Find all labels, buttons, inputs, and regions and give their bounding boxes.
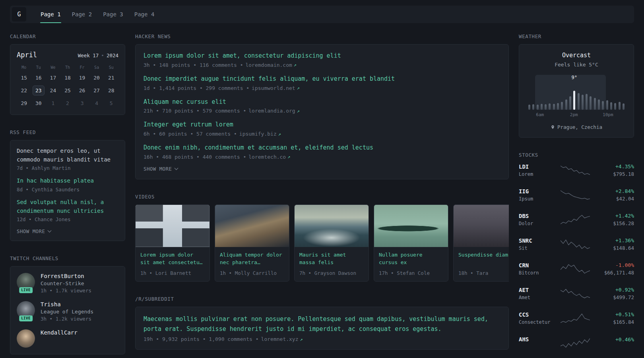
video-card[interactable]: Mauris sit amet massa felis 7h • Grayson… (294, 204, 369, 282)
hackernews-item-meta: 16h • 468 points • 440 comments • loremt… (144, 154, 500, 160)
rss-item: Donec tempor eros leo, ut commodo mauris… (17, 147, 118, 171)
stock-info: AHS (519, 336, 554, 350)
left-column: CALENDAR April Week 17 • 2024 Mo Tu We (10, 33, 125, 354)
stock-symbol[interactable]: LDI (519, 163, 554, 170)
video-card[interactable]: Aliquam tempor dolor nec pharetra… 1h • … (215, 204, 289, 282)
weather-card: Overcast Feels like 5°C 9° 6am2pm10pm Pr… (519, 44, 634, 138)
stock-values: +0.92% $499.72 (597, 287, 634, 300)
weather-location: Prague, Czechia (526, 124, 627, 130)
subreddit-header: /R/SUBREDDIT (135, 296, 509, 302)
calendar-head: April Week 17 • 2024 (17, 51, 118, 59)
stock-values: +0.46% (597, 337, 634, 350)
stock-symbol[interactable]: IIG (519, 188, 554, 195)
stock-symbol[interactable]: DBS (519, 213, 554, 219)
weather-time-labels: 6am2pm10pm (527, 112, 626, 118)
weather-time-label: 6am (536, 112, 544, 117)
weather-bar (541, 104, 543, 110)
calendar-day: 22 (17, 86, 31, 95)
external-link-icon: ↗ (294, 62, 297, 68)
rss-item-title[interactable]: Donec tempor eros leo, ut commodo mauris… (17, 147, 118, 164)
calendar-day: 29 (17, 98, 31, 108)
hackernews-item-domain-link[interactable]: ipsumify.biz ↗ (239, 131, 281, 137)
stock-name: Ipsum (519, 196, 554, 202)
hackernews-card: Lorem ipsum dolor sit amet, consectetur … (135, 44, 509, 179)
hackernews-item-domain: ipsumworld.net (252, 85, 295, 91)
hackernews-item-meta: 6h • 60 points • 57 comments • ipsumify.… (144, 131, 500, 137)
hackernews-item-domain-link[interactable]: ipsumworld.net ↗ (252, 85, 300, 91)
stock-symbol[interactable]: SNRC (519, 237, 554, 244)
weather-time-label: 2pm (570, 112, 578, 117)
rss-item-title[interactable]: In hac habitasse platea (17, 177, 118, 185)
hackernews-item-title[interactable]: Donec imperdiet augue tincidunt felis al… (144, 75, 500, 84)
twitch-widget: TWITCH CHANNELS LIVE ForrestBurton Count… (10, 255, 125, 354)
twitch-channel-info: Trisha League of Legends 3h • 1.2k viewe… (41, 301, 93, 322)
stock-sparkline (554, 164, 597, 176)
stock-change: +1.42% (597, 213, 634, 219)
stock-change: +0.92% (597, 287, 634, 293)
rss-item-title[interactable]: Sed volutpat nulla nisl, a condimentum n… (17, 198, 118, 215)
stock-name: Bitcorn (519, 270, 554, 276)
stock-name: Consectetur (519, 319, 554, 325)
rss-card: Donec tempor eros leo, ut commodo mauris… (10, 140, 125, 241)
external-link-icon: ↗ (287, 154, 290, 160)
weather-bar (532, 104, 534, 110)
stock-price: $165.84 (597, 319, 634, 325)
hackernews-item-title[interactable]: Integer eget rutrum lorem (144, 121, 500, 129)
stock-symbol[interactable]: AET (519, 287, 554, 293)
calendar-year: 2024 (107, 53, 118, 58)
location-pin-icon (551, 125, 555, 130)
weather-bar (561, 102, 563, 110)
hackernews-item-domain-link[interactable]: loremlandia.org ↗ (248, 108, 300, 114)
tab-page-4[interactable]: Page 4 (129, 6, 160, 23)
stock-row: AET Amet +0.92% $499.72 (519, 287, 634, 300)
weekday-label: We (46, 65, 60, 70)
stock-sparkline (554, 288, 597, 300)
hackernews-item-stats: 1d • 1,414 points • 299 comments • (144, 85, 249, 91)
video-card[interactable]: Suspendisse diam 18h • Tara (453, 204, 509, 282)
twitch-channel-info: KendallCarr (41, 329, 78, 348)
stock-change: +4.35% (597, 163, 634, 169)
calendar-day: 15 (17, 73, 31, 83)
calendar-day: 17 (46, 73, 60, 83)
subreddit-post-domain-link[interactable]: loremnet.xyz ↗ (261, 336, 303, 342)
twitch-channel[interactable]: LIVE ForrestBurton Counter-Strike 1h • 1… (17, 273, 118, 294)
tab-page-2[interactable]: Page 2 (66, 6, 98, 23)
video-thumbnail (374, 205, 448, 247)
rss-show-more-button[interactable]: SHOW MORE (17, 228, 118, 234)
weather-bar (569, 96, 571, 110)
video-title: Suspendisse diam (458, 251, 509, 267)
video-card[interactable]: Lorem ipsum dolor sit amet consectetu… 1… (135, 204, 210, 282)
hackernews-item-title[interactable]: Donec enim nibh, condimentum et accumsan… (144, 144, 500, 152)
twitch-channel[interactable]: KendallCarr (17, 329, 118, 348)
hackernews-item-domain-link[interactable]: loremdomain.com ↗ (245, 62, 297, 68)
video-thumbnail (295, 205, 369, 247)
stock-values: +0.51% $165.84 (597, 311, 634, 325)
calendar-day: 20 (89, 73, 104, 83)
tab-page-1[interactable]: Page 1 (35, 6, 66, 23)
stock-symbol[interactable]: CRN (519, 262, 554, 268)
video-card[interactable]: Nullam posuere cursus ex 17h • Stefan Co… (374, 204, 448, 282)
stock-row: IIG Ipsum +2.84% $42.04 (519, 188, 634, 202)
twitch-channel-name: ForrestBurton (41, 273, 91, 279)
stock-symbol[interactable]: CCS (519, 311, 554, 318)
stock-symbol[interactable]: AHS (519, 336, 554, 342)
app-logo[interactable]: G (12, 7, 26, 21)
weather-bar (619, 102, 621, 110)
external-link-icon: ↗ (278, 131, 281, 137)
hackernews-item-domain: loremdomain.com (245, 62, 292, 68)
subreddit-post-title[interactable]: Maecenas mollis pulvinar erat non posuer… (144, 314, 500, 334)
hackernews-show-more-button[interactable]: SHOW MORE (144, 166, 500, 172)
hackernews-item-title[interactable]: Lorem ipsum dolor sit amet, consectetur … (144, 52, 500, 60)
twitch-channel[interactable]: LIVE Trisha League of Legends 3h • 1.2k … (17, 301, 118, 322)
stock-name: Sit (519, 245, 554, 251)
tab-page-3[interactable]: Page 3 (97, 6, 129, 23)
stock-price: $66,171.48 (597, 270, 634, 276)
hackernews-header: HACKER NEWS (135, 33, 509, 39)
weather-bar (557, 103, 559, 110)
hackernews-item-domain-link[interactable]: loremtech.co ↗ (248, 154, 290, 160)
weather-bar (549, 103, 551, 110)
calendar-day: 16 (31, 73, 46, 83)
live-badge: LIVE (19, 315, 33, 321)
stock-sparkline (554, 214, 597, 226)
hackernews-item-title[interactable]: Aliquam nec cursus elit (144, 98, 500, 107)
